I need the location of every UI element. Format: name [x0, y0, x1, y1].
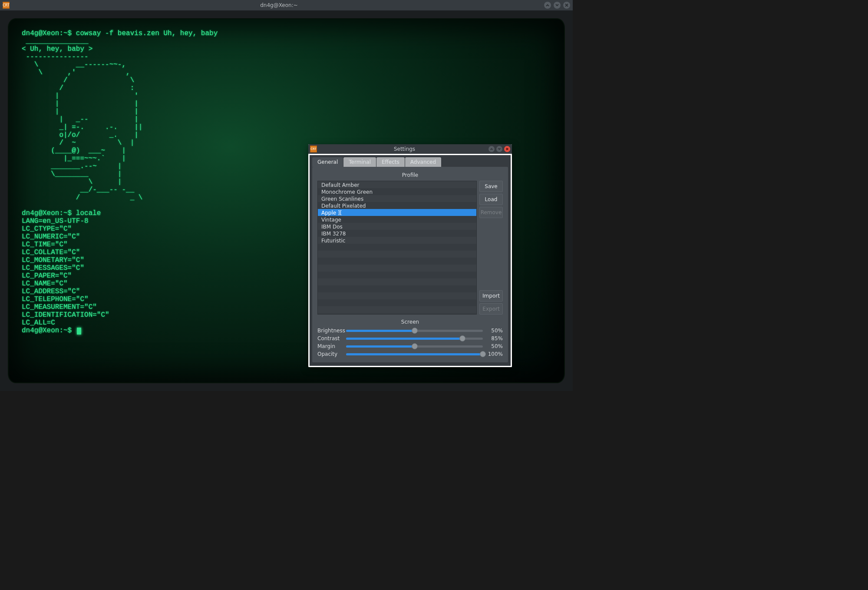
profile-item[interactable]: IBM 3278	[318, 230, 476, 237]
slider-track[interactable]	[346, 328, 483, 334]
profile-item[interactable]: Futuristic	[318, 237, 476, 244]
profile-item[interactable]: Monochrome Green	[318, 188, 476, 195]
window-title: dn4g@Xeon:~	[14, 2, 544, 8]
slider-track[interactable]	[346, 351, 483, 357]
profile-item[interactable]: Default Pixelated	[318, 202, 476, 209]
profile-item-empty	[318, 292, 476, 299]
profile-item[interactable]: IBM Dos	[318, 223, 476, 230]
profile-item-empty	[318, 265, 476, 272]
tab-terminal[interactable]: Terminal	[343, 157, 376, 167]
profile-item-empty	[318, 244, 476, 251]
profile-item-empty	[318, 278, 476, 285]
settings-title: Settings	[320, 146, 488, 152]
slider-value: 100%	[486, 351, 503, 357]
slider-thumb[interactable]	[412, 328, 418, 334]
slider-value: 50%	[486, 343, 503, 349]
slider-label: Brightness	[317, 328, 343, 334]
slider-brightness: Brightness50%	[317, 328, 503, 334]
settings-window: CRT Settings GeneralTerminalEffectsAdvan…	[308, 144, 512, 367]
cursor	[77, 328, 81, 335]
profile-item-empty	[318, 299, 476, 306]
profile-item-empty	[318, 251, 476, 258]
slider-thumb[interactable]	[412, 343, 418, 349]
slider-contrast: Contrast85%	[317, 335, 503, 341]
profile-item[interactable]: Default Amber	[318, 181, 476, 188]
tab-advanced[interactable]: Advanced	[405, 157, 441, 167]
settings-titlebar[interactable]: CRT Settings	[308, 144, 512, 154]
maximize-button[interactable]	[496, 146, 502, 152]
remove-button[interactable]: Remove	[479, 207, 503, 218]
profile-item[interactable]: Apple ][	[318, 209, 476, 216]
maximize-button[interactable]	[554, 2, 561, 9]
profile-item[interactable]: Vintage	[318, 216, 476, 223]
profile-item[interactable]: Green Scanlines	[318, 195, 476, 202]
slider-track[interactable]	[346, 343, 483, 349]
slider-thumb[interactable]	[480, 351, 486, 357]
profile-item-empty	[318, 285, 476, 292]
slider-opacity: Opacity100%	[317, 351, 503, 357]
profile-list[interactable]: Default AmberMonochrome GreenGreen Scanl…	[317, 181, 477, 315]
slider-thumb[interactable]	[459, 335, 465, 341]
slider-label: Opacity	[317, 351, 343, 357]
save-button[interactable]: Save	[479, 181, 503, 192]
minimize-button[interactable]	[488, 146, 495, 152]
app-icon: CRT	[310, 146, 317, 152]
slider-value: 85%	[486, 335, 503, 341]
slider-group: Brightness50%Contrast85%Margin50%Opacity…	[317, 328, 503, 357]
slider-track[interactable]	[346, 335, 483, 341]
profile-item-empty	[318, 258, 476, 265]
profile-item-empty	[318, 306, 476, 313]
minimize-button[interactable]	[544, 2, 551, 9]
slider-value: 50%	[486, 328, 503, 334]
slider-label: Contrast	[317, 335, 343, 341]
import-button[interactable]: Import	[479, 290, 503, 302]
tab-effects[interactable]: Effects	[376, 157, 405, 167]
screen-section-title: Screen	[317, 319, 503, 325]
slider-label: Margin	[317, 343, 343, 349]
tab-general[interactable]: General	[312, 157, 343, 167]
load-button[interactable]: Load	[479, 194, 503, 205]
main-titlebar[interactable]: CRT dn4g@Xeon:~	[0, 0, 573, 10]
close-button[interactable]	[563, 2, 570, 9]
profile-item-empty	[318, 272, 476, 278]
profile-section-title: Profile	[317, 172, 503, 178]
app-icon: CRT	[3, 2, 10, 9]
close-button[interactable]	[504, 146, 510, 152]
tab-bar: GeneralTerminalEffectsAdvanced	[310, 155, 511, 167]
slider-margin: Margin50%	[317, 343, 503, 349]
general-panel: Profile Default AmberMonochrome GreenGre…	[312, 167, 508, 362]
export-button[interactable]: Export	[479, 303, 503, 315]
